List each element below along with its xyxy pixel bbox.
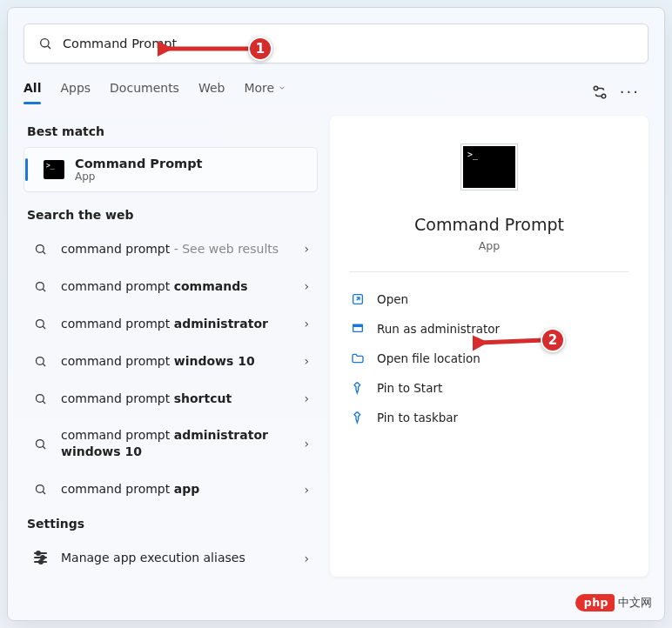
tab-apps[interactable]: Apps <box>60 81 91 104</box>
action-open[interactable]: Open <box>349 284 629 314</box>
svg-line-13 <box>43 401 45 404</box>
svg-point-10 <box>37 357 44 364</box>
web-result-label: command prompt administrator <box>61 316 304 332</box>
svg-point-16 <box>37 485 44 493</box>
pin-icon <box>351 381 365 395</box>
svg-line-9 <box>43 326 45 329</box>
watermark-text: 中文网 <box>618 596 652 611</box>
svg-point-0 <box>41 39 49 47</box>
arrow-icon <box>158 34 260 63</box>
svg-point-8 <box>37 319 44 327</box>
svg-line-1 <box>48 46 50 49</box>
svg-line-5 <box>43 251 45 254</box>
svg-point-12 <box>37 394 44 402</box>
search-icon <box>34 355 47 368</box>
search-icon <box>34 243 47 256</box>
more-options-icon[interactable]: ··· <box>620 84 648 100</box>
action-pin-to-taskbar[interactable]: Pin to taskbar <box>349 403 629 432</box>
flow-icon[interactable] <box>592 84 608 100</box>
best-match-subtitle: App <box>75 170 203 183</box>
tabs-row: All Apps Documents Web More ··· <box>24 81 648 104</box>
action-pin-start-label: Pin to Start <box>377 381 442 395</box>
web-result-label: command prompt commands <box>61 278 304 295</box>
tab-more-label: More <box>244 81 274 95</box>
svg-line-22 <box>480 340 544 343</box>
tab-apps-label: Apps <box>60 81 91 95</box>
web-result-label: command prompt administrator windows 10 <box>61 427 304 460</box>
svg-rect-20 <box>353 324 363 326</box>
chevron-right-icon: › <box>304 317 309 331</box>
svg-line-15 <box>43 446 45 449</box>
chevron-right-icon: › <box>304 242 309 256</box>
web-result-label: command prompt shortcut <box>61 391 304 407</box>
open-icon <box>351 292 365 306</box>
preview-title: Command Prompt <box>414 215 564 234</box>
web-result-item[interactable]: command prompt administrator windows 10 … <box>24 417 318 471</box>
web-result-label: command prompt windows 10 <box>61 353 304 370</box>
search-icon <box>38 37 52 50</box>
svg-line-7 <box>43 289 45 291</box>
tab-web-label: Web <box>198 81 225 95</box>
settings-heading: Settings <box>27 517 318 531</box>
chevron-down-icon <box>278 84 286 92</box>
svg-point-14 <box>37 439 44 447</box>
preview-subtitle: App <box>479 239 500 252</box>
settings-list: Manage app execution aliases › <box>24 539 318 577</box>
search-bar[interactable] <box>24 23 648 63</box>
best-match-item[interactable]: Command Prompt App <box>24 147 318 192</box>
divider <box>349 271 629 272</box>
web-result-item[interactable]: command prompt - See web results › <box>24 230 318 268</box>
search-icon <box>34 317 47 331</box>
shield-icon <box>351 322 365 336</box>
chevron-right-icon: › <box>304 551 309 565</box>
web-result-item[interactable]: command prompt app › <box>24 471 318 508</box>
settings-item[interactable]: Manage app execution aliases › <box>24 539 318 577</box>
sliders-icon <box>34 552 47 565</box>
pin-icon <box>351 411 365 424</box>
tab-all-label: All <box>24 81 41 95</box>
callout-badge: 1 <box>248 37 272 61</box>
svg-point-2 <box>594 86 598 90</box>
web-result-item[interactable]: command prompt commands › <box>24 268 318 305</box>
chevron-right-icon: › <box>304 354 309 368</box>
web-result-item[interactable]: command prompt administrator › <box>24 305 318 343</box>
svg-line-11 <box>43 364 45 366</box>
chevron-right-icon: › <box>304 483 309 497</box>
svg-point-3 <box>601 94 606 98</box>
best-match-title: Command Prompt <box>75 157 203 170</box>
action-open-label: Open <box>377 292 408 306</box>
command-prompt-icon <box>44 160 64 179</box>
watermark: php 中文网 <box>575 594 652 611</box>
svg-line-17 <box>43 491 45 494</box>
search-icon <box>34 483 47 496</box>
svg-point-6 <box>37 282 44 290</box>
search-icon <box>34 280 47 293</box>
chevron-right-icon: › <box>304 437 309 451</box>
preview-app-icon <box>460 144 518 190</box>
action-pin-to-start[interactable]: Pin to Start <box>349 373 629 403</box>
search-icon <box>34 438 47 451</box>
watermark-brand: php <box>575 594 615 611</box>
best-match-heading: Best match <box>27 124 318 138</box>
search-input[interactable] <box>63 37 634 50</box>
tab-web[interactable]: Web <box>198 81 225 104</box>
results-column: Best match Command Prompt App Search the… <box>24 116 318 577</box>
svg-point-4 <box>37 244 44 252</box>
chevron-right-icon: › <box>304 279 309 293</box>
settings-item-label: Manage app execution aliases <box>61 550 304 566</box>
action-open-loc-label: Open file location <box>377 351 480 365</box>
tab-all[interactable]: All <box>24 81 41 104</box>
callout-badge: 2 <box>541 328 565 352</box>
tab-more[interactable]: More <box>244 81 286 104</box>
tab-docs-label: Documents <box>110 81 179 95</box>
tab-documents[interactable]: Documents <box>110 81 179 104</box>
folder-icon <box>351 351 365 365</box>
chevron-right-icon: › <box>304 391 309 405</box>
action-pin-taskbar-label: Pin to taskbar <box>377 411 458 424</box>
search-web-heading: Search the web <box>27 208 318 222</box>
search-icon <box>34 392 47 405</box>
web-result-label: command prompt - See web results <box>61 241 304 257</box>
web-result-item[interactable]: command prompt shortcut › <box>24 380 318 418</box>
web-result-label: command prompt app <box>61 481 304 498</box>
web-result-item[interactable]: command prompt windows 10 › <box>24 343 318 380</box>
